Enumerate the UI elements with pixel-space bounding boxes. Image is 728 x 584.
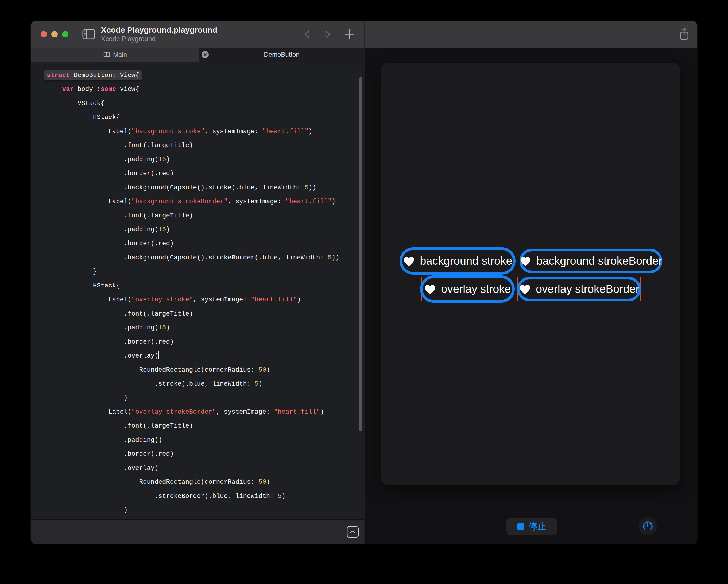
xcode-window: Xcode Playground.playground Xcode Playgr… [31,21,697,544]
code-line[interactable]: .border(.red) [31,335,358,349]
preview-label-text: overlay stroke [441,283,511,296]
code-line[interactable]: .padding(15) [31,223,358,237]
heart-fill-icon [519,283,531,295]
back-icon [302,29,313,40]
preview-label-background-strokeBorder: background strokeBorder [520,249,662,273]
code-line[interactable]: .border(.red) [31,447,358,461]
code-line[interactable]: Label("overlay strokeBorder", systemImag… [31,405,358,419]
preview-label-text: overlay strokeBorder [536,283,640,296]
window-subtitle: Xcode Playground [101,35,217,43]
tab-bar: Main DemoButton [31,48,364,62]
code-line[interactable]: .border(.red) [31,237,358,251]
code-line[interactable]: struct DemoButton: View{ [31,69,358,82]
live-view-pane: background strokebackground strokeBorder… [365,48,697,544]
add-tab-button[interactable] [343,28,356,41]
code-line[interactable]: .overlay( [31,349,358,363]
code-line[interactable]: .font(.largeTitle) [31,307,358,321]
stop-icon [517,523,524,530]
code-line[interactable]: Label("overlay stroke", systemImage: "he… [31,293,358,307]
code-editor[interactable]: struct DemoButton: View{var body :some V… [31,62,364,519]
tab-main-label: Main [113,51,127,58]
code-line[interactable]: VStack{ [31,97,358,110]
code-line[interactable]: .background(Capsule().strokeBorder(.blue… [31,251,358,265]
forward-button[interactable] [321,28,334,41]
back-button[interactable] [301,28,314,41]
plus-icon [344,29,355,40]
stop-button[interactable]: 停止 [506,518,557,535]
code-line[interactable]: RoundedRectangle(cornerRadius: 50) [31,363,358,377]
window-title: Xcode Playground.playground [101,25,217,35]
code-line[interactable]: .font(.largeTitle) [31,419,358,433]
stop-button-label: 停止 [529,520,546,533]
text-cursor [158,351,159,359]
traffic-zoom-button[interactable] [62,31,69,37]
code-line[interactable]: .stroke(.blue, lineWidth: 5) [31,377,358,391]
gauge-icon [642,520,654,532]
traffic-close-button[interactable] [41,31,47,37]
code-line[interactable]: .border(.red) [31,167,358,180]
code-line[interactable]: .overlay( [31,461,358,475]
code-line[interactable]: HStack{ [31,110,358,124]
share-icon [679,28,690,41]
chevron-up-box-icon [347,526,359,538]
code-line[interactable]: .font(.largeTitle) [31,209,358,223]
code-line[interactable]: RoundedRectangle(cornerRadius: 50) [31,475,358,489]
book-icon [103,51,110,58]
title-block: Xcode Playground.playground Xcode Playgr… [101,25,217,43]
code-line[interactable]: ) [31,503,358,517]
sidebar-toggle-icon [82,29,95,39]
tab-demobutton-label: DemoButton [199,51,364,58]
traffic-minimize-button[interactable] [51,31,58,37]
code-line[interactable]: .padding(15) [31,153,358,167]
tab-demobutton[interactable]: DemoButton [199,48,364,62]
tab-main[interactable]: Main [31,48,199,62]
collapse-panel-button[interactable] [347,526,359,539]
red-border-frame [520,249,662,273]
code-line[interactable]: Label("background stroke", systemImage: … [31,125,358,138]
code-line[interactable]: .padding(15) [31,321,358,335]
code-line[interactable]: .background(Capsule().stroke(.blue, line… [31,181,358,195]
code-line[interactable]: ) [31,391,358,405]
red-border-frame [401,249,514,273]
preview-label-background-stroke: background stroke [401,249,514,273]
code-line[interactable]: } [31,517,358,519]
code-lines: struct DemoButton: View{var body :some V… [31,69,358,519]
heart-fill-icon [424,283,436,295]
code-line[interactable]: } [31,265,358,279]
share-button[interactable] [678,28,691,41]
sidebar-toggle-button[interactable] [82,28,95,41]
toolbar-divider [364,21,365,48]
toolbar: Xcode Playground.playground Xcode Playgr… [31,21,697,48]
forward-icon [322,29,333,40]
editor-bottom-bar [31,519,364,544]
code-line[interactable]: var body :some View{ [31,82,358,96]
preview-label-overlay-stroke: overlay stroke [421,277,513,301]
code-line[interactable]: Label("background strokeBorder", systemI… [31,195,358,209]
code-line[interactable]: .strokeBorder(.blue, lineWidth: 5) [31,489,358,503]
code-line[interactable]: .font(.largeTitle) [31,138,358,152]
performance-gauge-button[interactable] [639,517,657,535]
editor-scrollbar[interactable] [359,77,362,431]
code-line[interactable]: .padding() [31,433,358,447]
bottom-bar-divider [340,524,340,540]
preview-label-overlay-strokeBorder: overlay strokeBorder [517,277,641,301]
code-line[interactable]: HStack{ [31,279,358,293]
